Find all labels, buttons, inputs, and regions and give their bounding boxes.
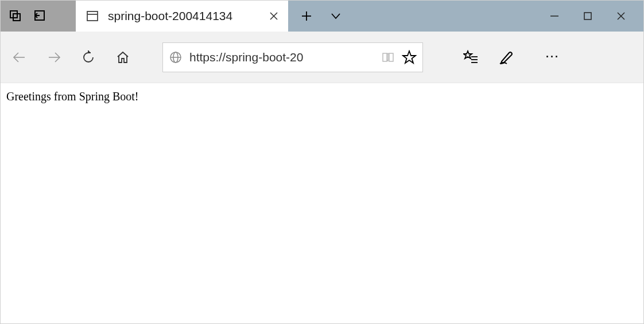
set-aside-tabs-icon[interactable] xyxy=(32,9,46,24)
tab-actions-icon[interactable] xyxy=(9,9,22,23)
page-content: Greetings from Spring Boot! xyxy=(1,83,643,110)
globe-icon xyxy=(169,50,183,64)
url-input[interactable] xyxy=(189,50,374,64)
close-tab-icon[interactable] xyxy=(269,11,279,21)
favorites-list-icon[interactable] xyxy=(463,50,478,65)
new-tab-icon[interactable] xyxy=(301,10,312,22)
tab-title: spring-boot-200414134 xyxy=(108,9,259,23)
title-bar-left xyxy=(1,1,76,32)
reading-view-icon[interactable] xyxy=(381,50,395,64)
svg-marker-19 xyxy=(464,51,472,58)
toolbar: ··· xyxy=(1,32,643,83)
nav-group xyxy=(12,50,130,65)
refresh-icon[interactable] xyxy=(81,50,96,65)
address-bar[interactable] xyxy=(162,42,423,72)
window-controls xyxy=(549,11,643,21)
close-window-icon[interactable] xyxy=(616,11,626,21)
back-icon[interactable] xyxy=(12,50,27,65)
maximize-icon[interactable] xyxy=(583,11,593,21)
title-bar-right xyxy=(288,1,643,32)
svg-rect-3 xyxy=(87,11,98,21)
page-body-text: Greetings from Spring Boot! xyxy=(6,90,139,103)
chevron-down-icon[interactable] xyxy=(329,10,342,22)
svg-rect-10 xyxy=(584,13,591,19)
page-icon xyxy=(86,10,99,22)
favorite-star-icon[interactable] xyxy=(402,50,417,65)
forward-icon[interactable] xyxy=(46,50,61,65)
svg-marker-18 xyxy=(403,51,416,63)
browser-tab[interactable]: spring-boot-200414134 xyxy=(76,1,288,32)
minimize-icon[interactable] xyxy=(549,11,560,21)
notes-icon[interactable] xyxy=(499,50,514,65)
title-bar: spring-boot-200414134 xyxy=(1,1,643,32)
home-icon[interactable] xyxy=(115,50,130,65)
more-icon[interactable]: ··· xyxy=(546,51,560,63)
toolbar-right-icons: ··· xyxy=(463,50,560,65)
